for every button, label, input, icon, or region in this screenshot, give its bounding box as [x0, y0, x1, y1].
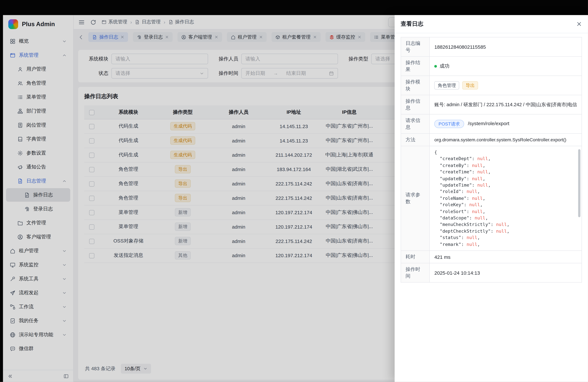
- params-code: { "createDept": null, "createBy": null, …: [430, 146, 582, 251]
- field-label: 操作模块: [401, 76, 430, 95]
- drawer-close-icon[interactable]: [576, 21, 582, 27]
- detail-row-request: 请求信息 POST请求/system/role/export: [401, 114, 582, 133]
- code-line: "dataScope": null,: [434, 215, 577, 222]
- detail-row-duration: 耗时 421 ms: [401, 251, 582, 263]
- request-url: /system/role/export: [468, 121, 509, 127]
- detail-row-module: 操作模块 角色管理导出: [401, 76, 582, 95]
- module-value: 角色管理导出: [430, 76, 582, 95]
- log-details-table: 日志编号 1882612840802115585 操作结果 成功 操作模块 角色…: [401, 37, 582, 283]
- code-line: "status": null,: [434, 235, 577, 241]
- field-label: 操作时间: [401, 263, 430, 282]
- code-line: "createTime": null,: [434, 169, 577, 175]
- detail-row-time: 操作时间 2025-01-24 10:14:13: [401, 263, 582, 282]
- operation-info-value: 账号: admin / 研发部门 / 222.175.114.242 / 中国|…: [430, 95, 582, 114]
- view-log-drawer: 查看日志 日志编号 1882612840802115585 操作结果 成功 操作…: [395, 15, 588, 382]
- code-line: "updateBy": null,: [434, 175, 577, 182]
- code-line: "deptCheckStrictly": null,: [434, 228, 577, 235]
- detail-row-result: 操作结果 成功: [401, 57, 582, 76]
- code-line: "menuCheckStrictly": null,: [434, 222, 577, 228]
- field-label: 请求参数: [401, 146, 430, 251]
- code-line: "remark": null,: [434, 241, 577, 248]
- result-value: 成功: [430, 57, 582, 76]
- module-tag: 角色管理: [434, 81, 459, 89]
- code-line: {: [434, 149, 577, 156]
- params-value: { "createDept": null, "createBy": null, …: [430, 146, 582, 251]
- method-value: org.dromara.system.controller.system.Sys…: [430, 133, 582, 146]
- field-label: 操作结果: [401, 57, 430, 76]
- code-line: "roleSort": null,: [434, 208, 577, 215]
- code-line: "roleId": null,: [434, 189, 577, 195]
- code-line: "createBy": null,: [434, 162, 577, 169]
- post-method-tag: POST请求: [434, 120, 464, 128]
- screen: Plus Admin 概览系统管理用户管理角色管理菜单管理部门管理岗位管理字典管…: [0, 0, 588, 382]
- code-line: "createDept": null,: [434, 156, 577, 162]
- success-dot-icon: [434, 65, 437, 68]
- field-label: 操作信息: [401, 95, 430, 114]
- code-line: "updateTime": null,: [434, 182, 577, 189]
- params-scrollbar[interactable]: [578, 149, 581, 217]
- detail-row-method: 方法 org.dromara.system.controller.system.…: [401, 133, 582, 146]
- action-tag: 导出: [462, 81, 478, 89]
- drawer-header: 查看日志: [395, 15, 588, 33]
- operation-time-value: 2025-01-24 10:14:13: [430, 263, 582, 282]
- code-line: "roleKey": null,: [434, 202, 577, 208]
- detail-row-log-id: 日志编号 1882612840802115585: [401, 37, 582, 57]
- code-line: "roleName": null,: [434, 195, 577, 202]
- detail-row-params: 请求参数 { "createDept": null, "createBy": n…: [401, 146, 582, 251]
- request-value: POST请求/system/role/export: [430, 114, 582, 133]
- field-label: 日志编号: [401, 37, 430, 57]
- result-text: 成功: [440, 63, 449, 69]
- field-label: 方法: [401, 133, 430, 146]
- detail-row-info: 操作信息 账号: admin / 研发部门 / 222.175.114.242 …: [401, 95, 582, 114]
- duration-value: 421 ms: [430, 251, 582, 263]
- field-label: 请求信息: [401, 114, 430, 133]
- drawer-title: 查看日志: [401, 21, 423, 28]
- field-label: 耗时: [401, 251, 430, 263]
- log-id-value: 1882612840802115585: [430, 37, 582, 57]
- drawer-body: 日志编号 1882612840802115585 操作结果 成功 操作模块 角色…: [395, 33, 588, 382]
